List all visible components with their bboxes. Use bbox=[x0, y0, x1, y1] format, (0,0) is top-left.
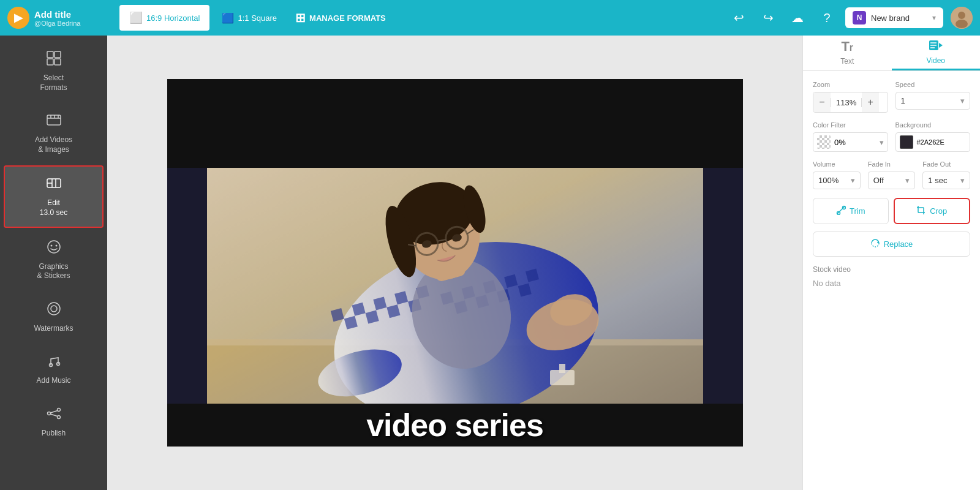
zoom-value: 113% bbox=[831, 98, 862, 107]
zoom-control: − 113% + bbox=[813, 92, 888, 113]
speed-value: 1 bbox=[901, 96, 905, 105]
tab-text[interactable]: Tr Text bbox=[803, 36, 892, 70]
svg-line-27 bbox=[50, 414, 57, 417]
sidebar-item-watermarks[interactable]: Watermarks bbox=[4, 292, 104, 342]
app-subtitle: @Olga Bedrina bbox=[34, 20, 80, 27]
right-panel: Tr Text Video bbox=[802, 36, 980, 490]
manage-formats-btn[interactable]: ⊞ MANAGE FORMATS bbox=[289, 7, 392, 29]
zoom-speed-row: Zoom − 113% + Speed 1 ▾ bbox=[813, 81, 970, 113]
user-avatar[interactable] bbox=[951, 7, 973, 29]
volume-chevron-icon: ▾ bbox=[851, 176, 855, 185]
select-formats-label: SelectFormats bbox=[40, 74, 67, 92]
sidebar-item-graphics-stickers[interactable]: Graphics& Stickers bbox=[4, 230, 104, 290]
help-button[interactable]: ? bbox=[816, 7, 838, 29]
format-1-1-label: 1:1 Square bbox=[238, 13, 277, 23]
svg-point-1 bbox=[958, 12, 965, 19]
app-title: Add title bbox=[34, 9, 80, 20]
replace-label: Replace bbox=[884, 239, 913, 249]
sidebar-item-select-formats[interactable]: SelectFormats bbox=[4, 42, 104, 101]
svg-rect-5 bbox=[47, 59, 53, 65]
svg-rect-3 bbox=[47, 51, 53, 58]
black-bar-top bbox=[167, 79, 743, 168]
watermarks-icon bbox=[46, 301, 62, 320]
color-filter-value: 0% bbox=[834, 138, 846, 147]
manage-formats-icon: ⊞ bbox=[295, 10, 306, 25]
speed-control[interactable]: 1 ▾ bbox=[895, 92, 971, 110]
volume-control[interactable]: 100% ▾ bbox=[813, 172, 861, 189]
video-tab-label: Video bbox=[927, 56, 945, 65]
format-tab-1-1[interactable]: 🟦 1:1 Square bbox=[212, 5, 287, 31]
fade-out-chevron-icon: ▾ bbox=[960, 176, 965, 185]
color-filter-control[interactable]: 0% ▾ bbox=[813, 132, 888, 152]
manage-formats-label: MANAGE FORMATS bbox=[309, 13, 386, 23]
color-filter-field: Color Filter 0% ▾ bbox=[813, 121, 888, 152]
format-tabs: ⬜ 16:9 Horizontal 🟦 1:1 Square ⊞ MANAGE … bbox=[119, 5, 723, 31]
edit-label: Edit13.0 sec bbox=[40, 198, 67, 217]
color-filter-bg-row: Color Filter 0% ▾ Background #2A262E bbox=[813, 121, 970, 152]
video-tab-icon bbox=[929, 40, 943, 54]
checkered-icon bbox=[817, 135, 831, 149]
cloud-save-button[interactable]: ☁ bbox=[786, 7, 809, 29]
add-music-label: Add Music bbox=[36, 376, 70, 386]
brand-dot: N bbox=[853, 11, 866, 24]
svg-marker-69 bbox=[939, 43, 943, 48]
sidebar-item-add-music[interactable]: Add Music bbox=[4, 344, 104, 394]
fade-in-label: Fade In bbox=[868, 160, 916, 168]
replace-icon bbox=[870, 238, 880, 250]
volume-fade-row: Volume 100% ▾ Fade In Off ▾ Fade Out bbox=[813, 160, 970, 189]
text-tab-label: Text bbox=[840, 57, 854, 66]
trim-button[interactable]: Trim bbox=[813, 198, 889, 224]
volume-label: Volume bbox=[813, 160, 861, 168]
volume-value: 100% bbox=[818, 176, 839, 185]
brand-letter: N bbox=[857, 13, 862, 22]
add-videos-label: Add Videos& Images bbox=[35, 135, 72, 154]
format-1-1-icon: 🟦 bbox=[222, 12, 234, 24]
edit-icon bbox=[46, 175, 62, 195]
publish-icon bbox=[46, 405, 62, 425]
right-panel-tabs: Tr Text Video bbox=[803, 36, 980, 71]
zoom-field: Zoom − 113% + bbox=[813, 81, 888, 113]
text-tab-icon: Tr bbox=[841, 39, 853, 55]
svg-point-19 bbox=[48, 303, 60, 315]
fade-out-control[interactable]: 1 sec ▾ bbox=[922, 172, 970, 189]
svg-rect-4 bbox=[55, 51, 61, 58]
brand-chevron-icon: ▾ bbox=[932, 13, 936, 22]
stock-video-label: Stock video bbox=[813, 265, 970, 274]
svg-rect-6 bbox=[55, 59, 61, 65]
brand-name: New brand bbox=[871, 13, 927, 23]
background-label: Background bbox=[895, 121, 971, 129]
format-16-9-label: 16:9 Horizontal bbox=[146, 13, 200, 23]
background-field: Background #2A262E bbox=[895, 121, 971, 152]
sidebar-item-publish[interactable]: Publish bbox=[4, 397, 104, 447]
svg-rect-67 bbox=[559, 364, 565, 373]
logo-area: ▶ Add title @Olga Bedrina bbox=[7, 7, 115, 29]
sidebar-item-add-videos[interactable]: Add Videos& Images bbox=[4, 104, 104, 163]
color-filter-label: Color Filter bbox=[813, 121, 888, 129]
svg-point-25 bbox=[57, 415, 60, 418]
tab-video[interactable]: Video bbox=[892, 36, 981, 70]
speed-chevron-icon: ▾ bbox=[960, 96, 965, 105]
redo-button[interactable]: ↪ bbox=[757, 7, 779, 29]
crop-button[interactable]: Crop bbox=[894, 198, 971, 224]
zoom-minus-button[interactable]: − bbox=[813, 92, 831, 112]
panel-content: Zoom − 113% + Speed 1 ▾ bbox=[803, 71, 980, 490]
background-control[interactable]: #2A262E bbox=[895, 132, 971, 152]
add-videos-icon bbox=[46, 112, 62, 132]
brand-selector[interactable]: N New brand ▾ bbox=[845, 7, 943, 28]
svg-line-73 bbox=[837, 206, 845, 214]
undo-button[interactable]: ↩ bbox=[728, 7, 750, 29]
fade-out-label: Fade Out bbox=[922, 160, 970, 168]
zoom-label: Zoom bbox=[813, 81, 888, 88]
background-hex: #2A262E bbox=[917, 138, 944, 146]
sidebar-item-edit[interactable]: Edit13.0 sec bbox=[4, 165, 104, 227]
volume-field: Volume 100% ▾ bbox=[813, 160, 861, 189]
replace-button[interactable]: Replace bbox=[813, 232, 970, 257]
graphics-stickers-label: Graphics& Stickers bbox=[37, 262, 70, 281]
trim-label: Trim bbox=[850, 206, 865, 216]
app-logo-icon[interactable]: ▶ bbox=[7, 7, 29, 29]
zoom-plus-button[interactable]: + bbox=[862, 92, 879, 112]
video-svg bbox=[207, 168, 703, 404]
svg-point-17 bbox=[50, 244, 52, 246]
fade-in-control[interactable]: Off ▾ bbox=[868, 172, 916, 189]
format-tab-16-9[interactable]: ⬜ 16:9 Horizontal bbox=[119, 5, 209, 31]
